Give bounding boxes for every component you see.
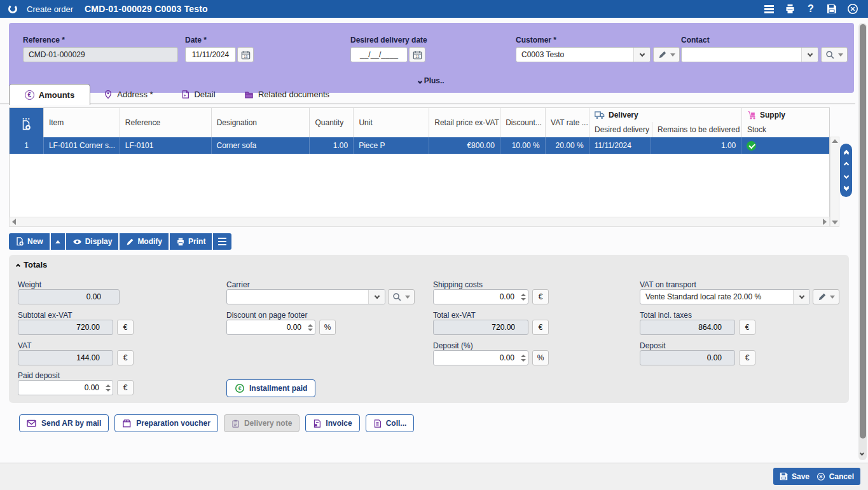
col-header-stock[interactable]: Stock: [742, 122, 829, 137]
next-row-button[interactable]: [843, 174, 848, 179]
discount-footer-spinner[interactable]: [305, 320, 315, 334]
previous-row-button[interactable]: [843, 161, 848, 167]
tab-detail[interactable]: Detail: [167, 85, 230, 104]
row-number: 1: [10, 137, 44, 154]
chevron-down-icon: [405, 296, 410, 299]
paid-deposit-field[interactable]: [18, 380, 113, 395]
pencil-icon: [818, 292, 827, 301]
modify-line-button[interactable]: Modify: [120, 233, 169, 250]
grid-vertical-scrollbar[interactable]: [830, 137, 839, 227]
deposit-field: [640, 350, 735, 365]
print-icon[interactable]: [782, 2, 797, 16]
deposit-currency-button[interactable]: €: [739, 350, 755, 365]
document-reference: CMD-01-000029 C0003 Testo: [85, 4, 208, 14]
grid-menu-button[interactable]: [213, 233, 231, 250]
cancel-button[interactable]: Cancel: [810, 468, 860, 485]
scroll-down-icon[interactable]: [860, 446, 864, 458]
col-header-remains[interactable]: Remains to be delivered: [652, 122, 741, 137]
date-calendar-button[interactable]: 15: [237, 47, 254, 62]
stock-ok-icon: [747, 141, 756, 151]
new-line-menu-button[interactable]: [51, 233, 65, 250]
euro-icon: €: [25, 90, 34, 100]
add-line-button[interactable]: ...: [10, 108, 44, 137]
titlebar-actions: ?: [761, 2, 860, 16]
customer-select[interactable]: C0003 Testo: [516, 47, 651, 62]
installment-paid-label: Installment paid: [249, 384, 307, 393]
order-line-row[interactable]: 1 LF-0101 Corner s... LF-0101 Corner sof…: [10, 137, 829, 154]
shipping-currency-button[interactable]: €: [532, 289, 549, 304]
installment-paid-button[interactable]: € Installment paid: [226, 379, 315, 397]
totals-collapse-toggle[interactable]: Totals: [17, 260, 47, 269]
send-ar-by-mail-button[interactable]: Send AR by mail: [19, 414, 109, 432]
discount-footer-unit-button[interactable]: %: [319, 320, 336, 335]
scroll-left-icon[interactable]: [12, 219, 16, 225]
tab-amounts[interactable]: € Amounts: [9, 84, 90, 105]
shipping-costs-label: Shipping costs: [433, 280, 483, 289]
collective-button[interactable]: Coll...: [366, 414, 415, 432]
first-row-button[interactable]: [844, 152, 848, 154]
preparation-voucher-button[interactable]: Preparation voucher: [114, 414, 218, 432]
desired-delivery-calendar-button[interactable]: 15: [409, 47, 425, 62]
col-header-desired-delivery[interactable]: Desired delivery: [589, 122, 652, 137]
col-header-designation[interactable]: Designation: [212, 108, 310, 137]
chevron-down-icon: [418, 79, 422, 84]
col-header-reference[interactable]: Reference: [120, 108, 212, 137]
vat-transport-select[interactable]: Vente Standard local rate 20.00 %: [640, 289, 810, 304]
date-input[interactable]: [185, 47, 236, 62]
display-line-button[interactable]: Display: [66, 233, 119, 250]
deposit-pct-field[interactable]: [433, 350, 528, 365]
discount-footer-input[interactable]: [227, 320, 305, 334]
scroll-down-icon[interactable]: [832, 221, 838, 224]
shipping-costs-field[interactable]: [433, 289, 528, 304]
carrier-search-button[interactable]: [388, 289, 415, 304]
contact-search-button[interactable]: [821, 47, 848, 62]
col-header-quantity[interactable]: Quantity: [310, 108, 354, 137]
vat-transport-label: VAT on transport: [640, 280, 696, 289]
carrier-select[interactable]: [226, 289, 385, 304]
tab-related-documents[interactable]: Related documents: [230, 85, 343, 104]
col-header-item[interactable]: Item: [44, 108, 120, 137]
new-line-button[interactable]: New: [9, 233, 50, 250]
scroll-right-icon[interactable]: [823, 219, 827, 225]
vat-transport-edit-button[interactable]: [813, 289, 839, 304]
last-row-button[interactable]: [844, 186, 848, 189]
tab-address[interactable]: Address *: [90, 85, 167, 104]
col-header-discount[interactable]: Discount...: [500, 108, 546, 137]
window-scrollbar-thumb[interactable]: [860, 24, 866, 439]
plus-expander[interactable]: Plus..: [9, 76, 854, 85]
print-line-button[interactable]: Print: [170, 233, 212, 250]
vat-currency-button[interactable]: €: [117, 350, 134, 365]
grid-horizontal-scrollbar[interactable]: [9, 217, 830, 227]
help-icon[interactable]: ?: [803, 2, 818, 16]
subtotal-currency-button[interactable]: €: [117, 320, 134, 335]
save-icon[interactable]: [824, 2, 839, 16]
save-button[interactable]: Save: [773, 468, 816, 485]
svg-text:15: 15: [415, 54, 419, 58]
invoice-button[interactable]: Invoice: [305, 414, 359, 432]
menu-icon[interactable]: [761, 2, 776, 16]
paid-deposit-input[interactable]: [18, 381, 103, 395]
contact-select[interactable]: [681, 47, 818, 62]
close-icon[interactable]: [845, 2, 860, 16]
scroll-up-icon[interactable]: [832, 139, 838, 143]
customer-edit-button[interactable]: [653, 47, 680, 62]
deposit-pct-spinner[interactable]: [518, 351, 528, 365]
paid-deposit-currency-button[interactable]: €: [117, 380, 134, 395]
window-scrollbar[interactable]: [858, 23, 867, 460]
deposit-pct-unit-button[interactable]: %: [532, 350, 549, 365]
shipping-costs-spinner[interactable]: [518, 290, 528, 304]
total-incl-currency-button[interactable]: €: [739, 320, 755, 335]
col-header-unit[interactable]: Unit: [354, 108, 429, 137]
total-ex-vat-currency-button[interactable]: €: [532, 320, 549, 335]
grid-toolbar: New Display Modify Print: [9, 233, 231, 250]
mail-icon: [27, 419, 37, 428]
col-header-vat-rate[interactable]: VAT rate ...: [546, 108, 589, 137]
desired-delivery-date-input[interactable]: [350, 47, 408, 62]
deposit-pct-input[interactable]: [434, 351, 518, 365]
discount-footer-field[interactable]: [226, 320, 315, 335]
paid-deposit-spinner[interactable]: [103, 381, 113, 395]
col-header-retail-price[interactable]: Retail price ex-VAT: [429, 108, 500, 137]
shipping-costs-input[interactable]: [434, 290, 518, 304]
pencil-icon: [126, 238, 134, 246]
calendar-icon: 15: [241, 50, 251, 60]
